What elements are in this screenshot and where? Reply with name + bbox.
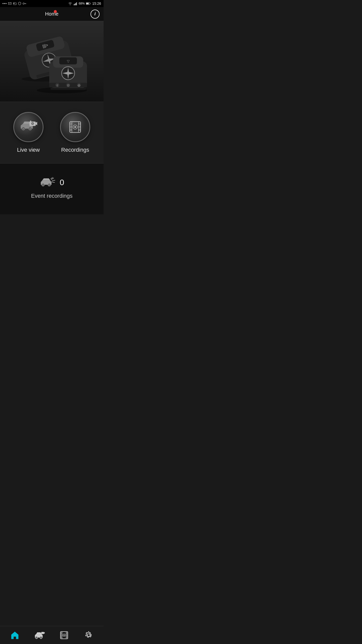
svg-point-53 <box>74 126 76 128</box>
settings-nav-icon <box>84 631 93 640</box>
svg-point-1 <box>4 3 5 4</box>
svg-line-59 <box>52 180 55 181</box>
actions-section: Live view Recordin <box>0 102 104 164</box>
dashcam-devices-svg: |||> ▽ <box>12 26 92 97</box>
svg-text:⏻: ⏻ <box>78 84 80 87</box>
info-button[interactable]: i <box>90 10 100 19</box>
svg-rect-49 <box>79 123 80 125</box>
mailbox-icon <box>13 2 17 5</box>
status-icons-right: 68% 15:26 <box>68 2 101 6</box>
wifi-status-icon <box>68 2 72 5</box>
recordings-icon <box>68 119 83 135</box>
gmail-icon <box>8 2 12 5</box>
svg-rect-11 <box>86 3 89 4</box>
device-image-section: |||> ▽ <box>0 21 104 102</box>
dots-icon <box>3 2 7 5</box>
svg-rect-69 <box>61 634 62 636</box>
live-view-nav-icon <box>34 630 45 640</box>
svg-rect-6 <box>74 4 74 5</box>
svg-text:▽: ▽ <box>67 59 70 63</box>
time-text: 15:26 <box>92 2 101 6</box>
event-count-text: 0 <box>60 178 64 187</box>
live-view-icon <box>20 118 37 136</box>
svg-point-4 <box>23 3 24 4</box>
svg-rect-71 <box>66 632 68 634</box>
svg-rect-42 <box>30 121 31 122</box>
svg-rect-50 <box>79 126 80 128</box>
recording-indicator <box>54 10 57 13</box>
svg-point-57 <box>49 184 50 185</box>
device-illustration: |||> ▽ <box>12 26 92 97</box>
svg-rect-9 <box>76 2 77 5</box>
bottom-navigation <box>0 626 104 644</box>
svg-line-60 <box>52 182 55 183</box>
battery-icon <box>86 2 91 5</box>
svg-rect-48 <box>70 129 71 131</box>
svg-point-41 <box>32 123 33 125</box>
svg-point-5 <box>70 5 70 5</box>
nav-home[interactable] <box>3 626 27 644</box>
event-count-row: 0 <box>39 176 64 189</box>
svg-point-62 <box>35 636 38 638</box>
svg-text:((: (( <box>57 84 58 87</box>
svg-rect-51 <box>79 129 80 131</box>
header: Home i <box>0 7 104 21</box>
svg-rect-64 <box>41 632 44 634</box>
recordings-label: Recordings <box>61 147 89 153</box>
event-recordings-label: Event recordings <box>31 193 72 199</box>
svg-point-2 <box>6 3 7 4</box>
live-view-label: Live view <box>17 147 40 153</box>
status-bar: 68% 15:26 <box>0 0 104 7</box>
nav-live-view[interactable] <box>27 626 52 644</box>
svg-rect-46 <box>70 123 71 125</box>
svg-rect-72 <box>66 634 68 636</box>
recordings-nav-icon <box>60 631 69 640</box>
svg-rect-34 <box>51 88 86 90</box>
svg-point-0 <box>3 3 4 4</box>
nav-settings[interactable] <box>76 626 101 644</box>
shield-icon <box>18 2 21 5</box>
svg-rect-7 <box>74 4 75 5</box>
nav-recordings[interactable] <box>52 626 76 644</box>
recordings-button[interactable]: Recordings <box>52 112 99 153</box>
svg-rect-8 <box>75 3 76 5</box>
svg-rect-70 <box>61 636 62 638</box>
crash-icon <box>39 176 56 189</box>
key-icon <box>23 2 26 5</box>
svg-text:⊡: ⊡ <box>67 84 69 87</box>
svg-rect-68 <box>61 632 62 634</box>
live-view-circle <box>13 112 43 142</box>
status-icons-left <box>3 2 26 5</box>
recordings-circle <box>60 112 90 142</box>
home-nav-icon <box>10 630 20 640</box>
svg-point-37 <box>23 128 24 129</box>
svg-point-75 <box>64 634 65 636</box>
svg-rect-47 <box>70 126 71 128</box>
svg-rect-73 <box>66 636 68 638</box>
svg-point-56 <box>42 184 43 185</box>
signal-icon <box>73 2 77 5</box>
svg-point-63 <box>40 636 42 638</box>
svg-point-38 <box>30 128 31 129</box>
live-view-button[interactable]: Live view <box>5 112 52 153</box>
battery-text: 68% <box>79 2 85 5</box>
event-section: 0 Event recordings <box>0 164 104 214</box>
